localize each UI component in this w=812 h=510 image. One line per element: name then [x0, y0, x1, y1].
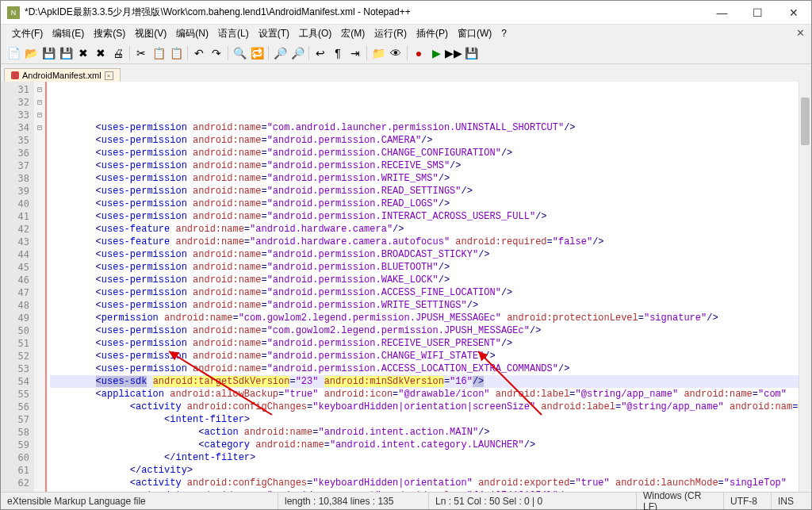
zoomout-icon[interactable]: 🔎: [289, 45, 305, 61]
menu-tools[interactable]: 工具(O): [294, 25, 336, 42]
toolbar: 📄 📂 💾 💾 ✖ ✖ 🖨 ✂ 📋 📋 ↶ ↷ 🔍 🔁 🔎 🔎 ↩ ¶ ⇥ 📁 …: [1, 42, 811, 64]
print-icon[interactable]: 🖨: [110, 45, 126, 61]
menubar: 文件(F) 编辑(E) 搜索(S) 视图(V) 编码(N) 语言(L) 设置(T…: [1, 25, 811, 42]
find-icon[interactable]: 🔍: [232, 45, 247, 61]
line-gutter: 3132333435363738394041424344454647484950…: [1, 82, 34, 492]
paste-icon[interactable]: 📋: [168, 45, 184, 61]
closeall-icon[interactable]: ✖: [93, 45, 109, 61]
indent-icon[interactable]: ⇥: [347, 45, 363, 61]
copy-icon[interactable]: 📋: [151, 45, 167, 61]
menu-macro[interactable]: 宏(M): [336, 25, 370, 42]
vertical-scrollbar[interactable]: [799, 82, 811, 492]
code-area[interactable]: <uses-permission android:name="com.andro…: [50, 82, 799, 492]
tab-label: AndroidManifest.xml: [22, 71, 102, 80]
saveall-icon[interactable]: 💾: [58, 45, 74, 61]
menu-edit[interactable]: 编辑(E): [48, 25, 89, 42]
minimize-button[interactable]: —: [704, 1, 740, 25]
close-icon[interactable]: ✖: [75, 45, 91, 61]
menu-file[interactable]: 文件(F): [7, 25, 48, 42]
status-eol[interactable]: Windows (CR LF): [637, 493, 724, 509]
status-enc[interactable]: UTF-8: [724, 493, 772, 509]
folder-icon[interactable]: 📁: [370, 45, 386, 61]
save-icon[interactable]: 💾: [40, 45, 56, 61]
status-ins[interactable]: INS: [772, 493, 811, 509]
menu-run[interactable]: 运行(R): [370, 25, 412, 42]
menu-settings[interactable]: 设置(T): [254, 25, 294, 42]
record-icon[interactable]: ●: [411, 45, 427, 61]
menu-help[interactable]: ?: [496, 26, 511, 40]
status-length: length : 10,384 lines : 135: [278, 493, 429, 509]
replace-icon[interactable]: 🔁: [249, 45, 265, 61]
tab-modified-icon: [11, 71, 19, 79]
close-doc-icon[interactable]: ✕: [796, 27, 805, 39]
titlebar[interactable]: N *D:\ApkIDE最新3.3.5少月增强版\Work\com.baheng…: [1, 1, 811, 25]
zoomin-icon[interactable]: 🔎: [272, 45, 288, 61]
savemacro-icon[interactable]: 💾: [463, 45, 479, 61]
new-icon[interactable]: 📄: [6, 45, 21, 61]
open-icon[interactable]: 📂: [23, 45, 39, 61]
menu-language[interactable]: 语言(L): [213, 25, 254, 42]
editor[interactable]: 3132333435363738394041424344454647484950…: [1, 82, 811, 492]
tab-close-icon[interactable]: ×: [105, 71, 113, 80]
statusbar: eXtensible Markup Language file length :…: [1, 492, 811, 509]
cut-icon[interactable]: ✂: [133, 45, 149, 61]
maximize-button[interactable]: ☐: [740, 1, 776, 25]
wordwrap-icon[interactable]: ↩: [312, 45, 328, 61]
fold-gutter[interactable]: ⊟⊟⊟⊟: [34, 82, 45, 492]
status-pos: Ln : 51 Col : 50 Sel : 0 | 0: [429, 493, 637, 509]
play-icon[interactable]: ▶: [428, 45, 444, 61]
status-lang: eXtensible Markup Language file: [1, 493, 278, 509]
playback-icon[interactable]: ▶▶: [446, 45, 462, 61]
close-button[interactable]: ✕: [776, 1, 811, 25]
redo-icon[interactable]: ↷: [209, 45, 224, 61]
menu-encoding[interactable]: 编码(N): [171, 25, 213, 42]
undo-icon[interactable]: ↶: [191, 45, 207, 61]
tab-androidmanifest[interactable]: AndroidManifest.xml ×: [4, 68, 121, 82]
tabbar: AndroidManifest.xml ×: [1, 64, 811, 82]
window: N *D:\ApkIDE最新3.3.5少月增强版\Work\com.baheng…: [0, 0, 812, 510]
menu-search[interactable]: 搜索(S): [89, 25, 130, 42]
monitor-icon[interactable]: 👁: [388, 45, 404, 61]
menu-plugins[interactable]: 插件(P): [412, 25, 453, 42]
menu-window[interactable]: 窗口(W): [453, 25, 496, 42]
app-icon: N: [7, 6, 20, 19]
scrollbar-thumb[interactable]: [801, 98, 810, 145]
menu-view[interactable]: 视图(V): [130, 25, 171, 42]
showall-icon[interactable]: ¶: [330, 45, 346, 61]
window-title: *D:\ApkIDE最新3.3.5少月增强版\Work\com.baheng.l…: [25, 6, 704, 19]
